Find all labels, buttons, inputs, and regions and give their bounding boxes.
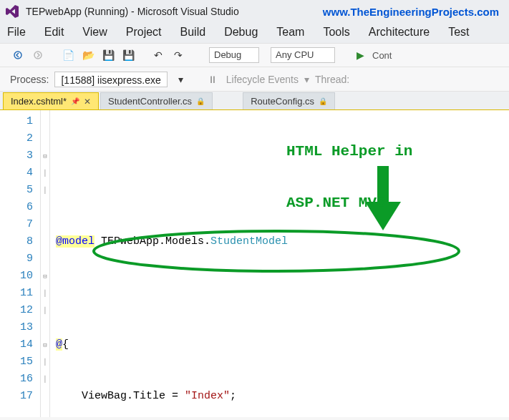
undo-icon[interactable]: ↶ — [150, 47, 166, 63]
menu-bar: File Edit View Project Build Debug Team … — [0, 23, 509, 43]
thread-label: Thread: — [315, 74, 349, 85]
watermark-url: www.TheEngineeringProjects.com — [323, 6, 499, 18]
code-line: ViewBag.Title = "Index"; — [56, 388, 509, 405]
menu-debug[interactable]: Debug — [224, 26, 258, 39]
code-line: @{ — [56, 336, 509, 353]
annotation-text: HTML Helper in ASP.NET MVC — [286, 109, 412, 246]
redo-icon[interactable]: ↷ — [170, 47, 186, 63]
line-number: 6 — [3, 199, 33, 216]
line-number: 10 — [3, 268, 33, 285]
line-number: 3 — [3, 147, 33, 165]
process-dropdown[interactable]: [11588] iisexpress.exe — [54, 72, 167, 87]
continue-icon[interactable]: ▶ — [352, 47, 368, 63]
nav-forward-icon[interactable] — [30, 47, 46, 63]
save-icon[interactable]: 💾 — [100, 47, 116, 63]
tab-route-config[interactable]: RouteConfig.cs 🔒 — [243, 92, 335, 109]
menu-file[interactable]: File — [7, 26, 26, 39]
save-all-icon[interactable]: 💾 — [120, 47, 136, 63]
code-area[interactable]: HTML Helper in ASP.NET MVC @model TEPweb… — [50, 110, 509, 417]
debug-toolbar: Process: [11588] iisexpress.exe ▾ ⏸ Life… — [0, 67, 509, 92]
svg-point-0 — [14, 52, 21, 59]
menu-team[interactable]: Team — [276, 26, 304, 39]
line-number: 8 — [3, 233, 33, 250]
tab-label: Index.cshtml* — [11, 96, 67, 107]
line-number: 11 — [3, 285, 33, 302]
line-number: 13 — [3, 319, 33, 336]
lifecycle-label: Lifecycle Events — [226, 74, 299, 85]
line-number-gutter: 1 2 3 4 5 6 7 8 9 10 11 12 13 14 15 16 1… — [0, 110, 40, 417]
menu-architecture[interactable]: Architecture — [369, 26, 430, 39]
new-project-icon[interactable]: 📄 — [60, 47, 76, 63]
menu-project[interactable]: Project — [126, 26, 162, 39]
tab-student-controller[interactable]: StudentController.cs 🔒 — [100, 92, 213, 109]
document-tab-strip: Index.cshtml* 📌 ✕ StudentController.cs 🔒… — [0, 92, 509, 110]
nav-back-icon[interactable] — [10, 47, 26, 63]
menu-tools[interactable]: Tools — [323, 26, 349, 39]
lock-icon: 🔒 — [319, 97, 327, 105]
line-number: 14 — [3, 336, 33, 353]
code-line: @model TEPwebApp.Models.StudentModel — [56, 233, 509, 250]
svg-point-1 — [34, 52, 42, 59]
line-number: 5 — [3, 182, 33, 199]
fold-toggle-icon[interactable]: ⊟ — [41, 268, 49, 285]
code-line — [56, 285, 509, 302]
tab-label: StudentController.cs — [108, 96, 192, 107]
window-title: TEPwebApp (Running) - Microsoft Visual S… — [26, 6, 239, 17]
continue-label[interactable]: Cont — [372, 50, 392, 61]
lifecycle-icon: ⏸ — [205, 72, 220, 87]
open-file-icon[interactable]: 📂 — [80, 47, 96, 63]
lock-icon: 🔒 — [196, 97, 205, 105]
code-editor[interactable]: 1 2 3 4 5 6 7 8 9 10 11 12 13 14 15 16 1… — [0, 110, 509, 417]
tab-label: RouteConfig.cs — [251, 96, 314, 107]
chevron-down-icon[interactable]: ▾ — [173, 72, 189, 87]
outlining-margin: ⊟││⊟││⊟││ — [40, 110, 50, 417]
menu-edit[interactable]: Edit — [44, 26, 64, 39]
line-number: 4 — [3, 165, 33, 182]
menu-view[interactable]: View — [82, 26, 107, 39]
line-number: 2 — [3, 130, 33, 147]
config-dropdown[interactable]: Debug — [209, 47, 259, 63]
close-icon[interactable]: ✕ — [84, 97, 91, 107]
fold-toggle-icon[interactable]: ⊟ — [41, 147, 49, 165]
title-bar: TEPwebApp (Running) - Microsoft Visual S… — [0, 0, 509, 23]
line-number: 15 — [3, 353, 33, 371]
line-number: 12 — [3, 302, 33, 319]
menu-build[interactable]: Build — [180, 26, 206, 39]
line-number: 16 — [3, 371, 33, 388]
process-label: Process: — [10, 74, 49, 85]
vs-logo-icon — [4, 4, 20, 19]
fold-toggle-icon[interactable]: ⊟ — [41, 336, 49, 353]
line-number: 9 — [3, 250, 33, 268]
pin-icon[interactable]: 📌 — [71, 97, 79, 105]
standard-toolbar: 📄 📂 💾 💾 ↶ ↷ Debug Any CPU ▶ Cont — [0, 43, 509, 67]
line-number: 7 — [3, 216, 33, 233]
platform-dropdown[interactable]: Any CPU — [271, 47, 335, 63]
line-number: 17 — [3, 388, 33, 405]
menu-test[interactable]: Test — [448, 26, 469, 39]
tab-index-cshtml[interactable]: Index.cshtml* 📌 ✕ — [3, 92, 99, 109]
line-number: 1 — [3, 113, 33, 130]
